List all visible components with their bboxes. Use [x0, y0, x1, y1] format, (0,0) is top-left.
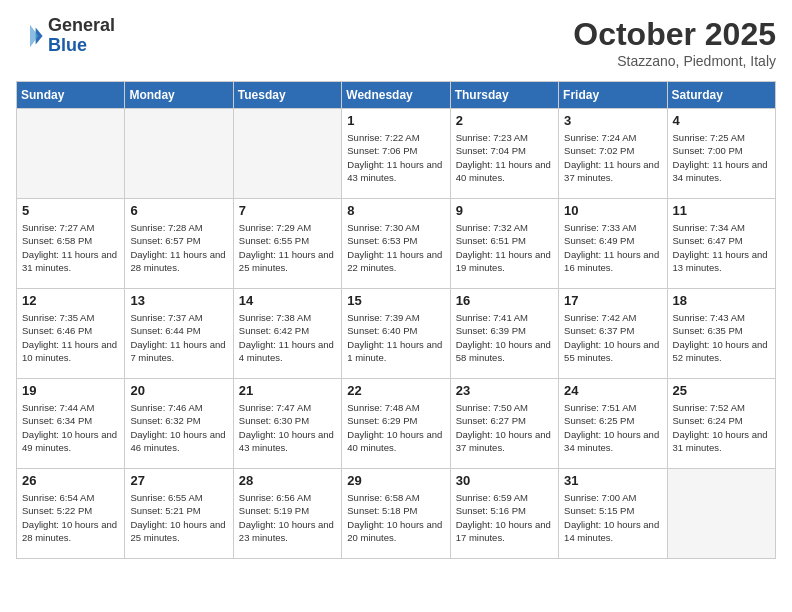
day-info: Sunrise: 7:50 AM Sunset: 6:27 PM Dayligh…	[456, 401, 553, 454]
calendar-cell: 3Sunrise: 7:24 AM Sunset: 7:02 PM Daylig…	[559, 109, 667, 199]
day-info: Sunrise: 7:43 AM Sunset: 6:35 PM Dayligh…	[673, 311, 770, 364]
day-number: 12	[22, 293, 119, 308]
calendar-cell: 16Sunrise: 7:41 AM Sunset: 6:39 PM Dayli…	[450, 289, 558, 379]
calendar-cell: 29Sunrise: 6:58 AM Sunset: 5:18 PM Dayli…	[342, 469, 450, 559]
weekday-header-thursday: Thursday	[450, 82, 558, 109]
logo-icon	[16, 22, 44, 50]
day-info: Sunrise: 7:51 AM Sunset: 6:25 PM Dayligh…	[564, 401, 661, 454]
calendar-cell: 23Sunrise: 7:50 AM Sunset: 6:27 PM Dayli…	[450, 379, 558, 469]
month-title: October 2025	[573, 16, 776, 53]
day-number: 25	[673, 383, 770, 398]
day-info: Sunrise: 6:55 AM Sunset: 5:21 PM Dayligh…	[130, 491, 227, 544]
day-number: 3	[564, 113, 661, 128]
day-number: 1	[347, 113, 444, 128]
day-info: Sunrise: 7:00 AM Sunset: 5:15 PM Dayligh…	[564, 491, 661, 544]
day-number: 29	[347, 473, 444, 488]
weekday-header-row: SundayMondayTuesdayWednesdayThursdayFrid…	[17, 82, 776, 109]
weekday-header-sunday: Sunday	[17, 82, 125, 109]
calendar-cell: 6Sunrise: 7:28 AM Sunset: 6:57 PM Daylig…	[125, 199, 233, 289]
calendar-cell: 31Sunrise: 7:00 AM Sunset: 5:15 PM Dayli…	[559, 469, 667, 559]
calendar-cell: 28Sunrise: 6:56 AM Sunset: 5:19 PM Dayli…	[233, 469, 341, 559]
calendar-cell: 26Sunrise: 6:54 AM Sunset: 5:22 PM Dayli…	[17, 469, 125, 559]
day-info: Sunrise: 7:23 AM Sunset: 7:04 PM Dayligh…	[456, 131, 553, 184]
calendar-cell: 20Sunrise: 7:46 AM Sunset: 6:32 PM Dayli…	[125, 379, 233, 469]
calendar-cell: 27Sunrise: 6:55 AM Sunset: 5:21 PM Dayli…	[125, 469, 233, 559]
calendar-cell: 15Sunrise: 7:39 AM Sunset: 6:40 PM Dayli…	[342, 289, 450, 379]
day-info: Sunrise: 7:22 AM Sunset: 7:06 PM Dayligh…	[347, 131, 444, 184]
day-info: Sunrise: 6:54 AM Sunset: 5:22 PM Dayligh…	[22, 491, 119, 544]
calendar-week-row: 26Sunrise: 6:54 AM Sunset: 5:22 PM Dayli…	[17, 469, 776, 559]
day-number: 16	[456, 293, 553, 308]
day-info: Sunrise: 7:33 AM Sunset: 6:49 PM Dayligh…	[564, 221, 661, 274]
day-info: Sunrise: 7:30 AM Sunset: 6:53 PM Dayligh…	[347, 221, 444, 274]
day-info: Sunrise: 7:44 AM Sunset: 6:34 PM Dayligh…	[22, 401, 119, 454]
day-number: 22	[347, 383, 444, 398]
day-number: 11	[673, 203, 770, 218]
calendar-cell: 7Sunrise: 7:29 AM Sunset: 6:55 PM Daylig…	[233, 199, 341, 289]
day-number: 2	[456, 113, 553, 128]
calendar-cell: 9Sunrise: 7:32 AM Sunset: 6:51 PM Daylig…	[450, 199, 558, 289]
weekday-header-monday: Monday	[125, 82, 233, 109]
day-info: Sunrise: 7:48 AM Sunset: 6:29 PM Dayligh…	[347, 401, 444, 454]
day-number: 17	[564, 293, 661, 308]
day-number: 21	[239, 383, 336, 398]
day-number: 13	[130, 293, 227, 308]
calendar-cell: 18Sunrise: 7:43 AM Sunset: 6:35 PM Dayli…	[667, 289, 775, 379]
logo: General Blue	[16, 16, 115, 56]
day-info: Sunrise: 7:25 AM Sunset: 7:00 PM Dayligh…	[673, 131, 770, 184]
calendar-cell: 24Sunrise: 7:51 AM Sunset: 6:25 PM Dayli…	[559, 379, 667, 469]
day-info: Sunrise: 6:58 AM Sunset: 5:18 PM Dayligh…	[347, 491, 444, 544]
calendar-week-row: 1Sunrise: 7:22 AM Sunset: 7:06 PM Daylig…	[17, 109, 776, 199]
calendar-week-row: 5Sunrise: 7:27 AM Sunset: 6:58 PM Daylig…	[17, 199, 776, 289]
calendar-cell: 1Sunrise: 7:22 AM Sunset: 7:06 PM Daylig…	[342, 109, 450, 199]
day-number: 23	[456, 383, 553, 398]
svg-marker-1	[30, 25, 38, 47]
day-info: Sunrise: 7:37 AM Sunset: 6:44 PM Dayligh…	[130, 311, 227, 364]
day-info: Sunrise: 7:28 AM Sunset: 6:57 PM Dayligh…	[130, 221, 227, 274]
day-number: 26	[22, 473, 119, 488]
day-number: 19	[22, 383, 119, 398]
day-number: 20	[130, 383, 227, 398]
day-info: Sunrise: 6:59 AM Sunset: 5:16 PM Dayligh…	[456, 491, 553, 544]
day-number: 15	[347, 293, 444, 308]
calendar-cell: 10Sunrise: 7:33 AM Sunset: 6:49 PM Dayli…	[559, 199, 667, 289]
calendar-cell: 25Sunrise: 7:52 AM Sunset: 6:24 PM Dayli…	[667, 379, 775, 469]
day-info: Sunrise: 7:46 AM Sunset: 6:32 PM Dayligh…	[130, 401, 227, 454]
calendar-cell: 21Sunrise: 7:47 AM Sunset: 6:30 PM Dayli…	[233, 379, 341, 469]
day-number: 4	[673, 113, 770, 128]
day-info: Sunrise: 7:39 AM Sunset: 6:40 PM Dayligh…	[347, 311, 444, 364]
day-info: Sunrise: 7:52 AM Sunset: 6:24 PM Dayligh…	[673, 401, 770, 454]
day-number: 31	[564, 473, 661, 488]
calendar-cell: 13Sunrise: 7:37 AM Sunset: 6:44 PM Dayli…	[125, 289, 233, 379]
calendar-cell: 17Sunrise: 7:42 AM Sunset: 6:37 PM Dayli…	[559, 289, 667, 379]
calendar-cell: 8Sunrise: 7:30 AM Sunset: 6:53 PM Daylig…	[342, 199, 450, 289]
weekday-header-tuesday: Tuesday	[233, 82, 341, 109]
day-info: Sunrise: 7:24 AM Sunset: 7:02 PM Dayligh…	[564, 131, 661, 184]
calendar-cell: 30Sunrise: 6:59 AM Sunset: 5:16 PM Dayli…	[450, 469, 558, 559]
day-number: 6	[130, 203, 227, 218]
day-number: 24	[564, 383, 661, 398]
calendar-cell: 4Sunrise: 7:25 AM Sunset: 7:00 PM Daylig…	[667, 109, 775, 199]
day-number: 30	[456, 473, 553, 488]
calendar-cell	[17, 109, 125, 199]
calendar-cell: 5Sunrise: 7:27 AM Sunset: 6:58 PM Daylig…	[17, 199, 125, 289]
day-info: Sunrise: 7:27 AM Sunset: 6:58 PM Dayligh…	[22, 221, 119, 274]
day-number: 28	[239, 473, 336, 488]
day-info: Sunrise: 7:38 AM Sunset: 6:42 PM Dayligh…	[239, 311, 336, 364]
day-number: 7	[239, 203, 336, 218]
calendar-week-row: 12Sunrise: 7:35 AM Sunset: 6:46 PM Dayli…	[17, 289, 776, 379]
calendar-week-row: 19Sunrise: 7:44 AM Sunset: 6:34 PM Dayli…	[17, 379, 776, 469]
calendar-cell: 12Sunrise: 7:35 AM Sunset: 6:46 PM Dayli…	[17, 289, 125, 379]
calendar-cell: 11Sunrise: 7:34 AM Sunset: 6:47 PM Dayli…	[667, 199, 775, 289]
calendar-cell	[233, 109, 341, 199]
weekday-header-friday: Friday	[559, 82, 667, 109]
day-info: Sunrise: 7:41 AM Sunset: 6:39 PM Dayligh…	[456, 311, 553, 364]
day-info: Sunrise: 7:34 AM Sunset: 6:47 PM Dayligh…	[673, 221, 770, 274]
day-number: 5	[22, 203, 119, 218]
day-number: 10	[564, 203, 661, 218]
logo-text: General Blue	[48, 16, 115, 56]
day-info: Sunrise: 7:32 AM Sunset: 6:51 PM Dayligh…	[456, 221, 553, 274]
calendar-cell: 22Sunrise: 7:48 AM Sunset: 6:29 PM Dayli…	[342, 379, 450, 469]
calendar-cell: 14Sunrise: 7:38 AM Sunset: 6:42 PM Dayli…	[233, 289, 341, 379]
calendar-cell	[667, 469, 775, 559]
